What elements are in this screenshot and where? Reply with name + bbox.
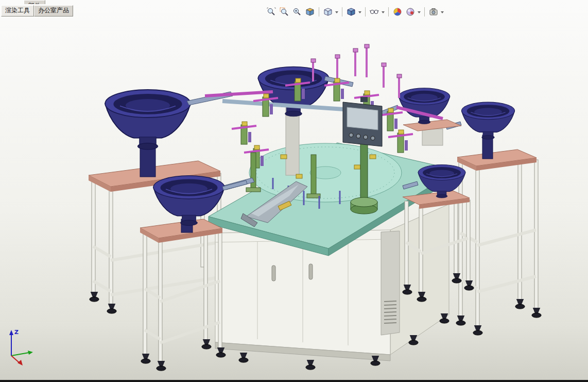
door-handle[interactable] [309, 264, 313, 279]
tab-office-products[interactable]: 办公室产品 [34, 5, 73, 16]
z-axis-arrow [9, 330, 13, 335]
bottom-border-bar [0, 380, 588, 382]
hide-show-items-icon[interactable] [369, 6, 380, 18]
chevron-down-icon[interactable] [382, 11, 385, 15]
hmi-screen[interactable] [347, 107, 378, 130]
display-style-icon[interactable] [345, 6, 357, 18]
chevron-down-icon[interactable] [358, 11, 361, 15]
document-tabs: 渲染工具 办公室产品 [1, 5, 73, 16]
toolbar-separator [388, 7, 389, 16]
z-axis-label: Z [14, 329, 19, 336]
toolbar-separator [365, 7, 366, 16]
view-settings-icon[interactable] [428, 6, 439, 18]
heads-up-view-toolbar [266, 6, 444, 18]
zoom-in-out-icon[interactable] [291, 6, 303, 18]
viewport-3d[interactable] [0, 0, 588, 382]
door-handle[interactable] [272, 265, 275, 281]
orientation-triad: Z [3, 326, 36, 367]
zoom-to-fit-icon[interactable] [266, 6, 277, 18]
chevron-down-icon[interactable] [335, 11, 338, 15]
bowl-feeder-right-far[interactable] [446, 102, 515, 159]
panel-button[interactable] [356, 134, 360, 138]
zoom-to-area-icon[interactable] [279, 6, 290, 18]
panel-button[interactable] [371, 136, 375, 140]
panel-button[interactable] [349, 133, 353, 137]
bowl-feeder-left-big[interactable] [105, 90, 233, 177]
tab-render-tools[interactable]: 渲染工具 [1, 5, 34, 16]
x-axis-arrow [18, 360, 23, 366]
chevron-down-icon[interactable] [441, 11, 444, 15]
section-view-icon[interactable] [304, 6, 316, 18]
clipped-toolbar-fragment: 部件 [24, 0, 45, 4]
apply-scene-icon[interactable] [405, 6, 416, 18]
clipped-tab: 部件 [24, 0, 45, 4]
view-orientation-icon[interactable] [322, 6, 334, 18]
edit-appearance-icon[interactable] [392, 6, 403, 18]
toolbar-separator [424, 7, 425, 16]
chevron-down-icon[interactable] [418, 11, 421, 15]
toolbar-separator [342, 7, 342, 16]
toolbar-separator [319, 7, 319, 16]
y-axis-arrow [28, 351, 33, 355]
panel-button[interactable] [364, 135, 368, 139]
